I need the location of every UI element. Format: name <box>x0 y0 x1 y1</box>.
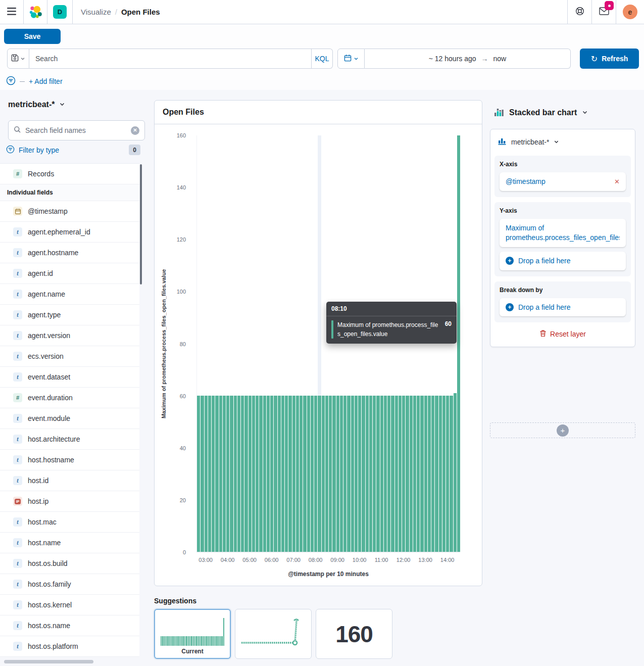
bar[interactable] <box>340 396 343 552</box>
x-axis-dimension[interactable]: @timestamp <box>500 172 626 191</box>
bar[interactable] <box>424 396 427 552</box>
bar[interactable] <box>450 396 453 552</box>
field-item[interactable]: thost.os.build <box>0 553 139 574</box>
field-item[interactable]: tagent.ephemeral_id <box>0 222 139 243</box>
bar[interactable] <box>230 396 233 552</box>
bar[interactable] <box>292 396 295 552</box>
y-axis-field[interactable]: Maximum of prometheus.process_files_open… <box>506 223 620 243</box>
field-item[interactable]: tagent.name <box>0 284 139 305</box>
bar[interactable] <box>376 396 379 552</box>
bar[interactable] <box>439 396 442 552</box>
index-pattern-selector[interactable]: metricbeat-* <box>8 100 65 109</box>
bar[interactable] <box>281 396 284 552</box>
bar[interactable] <box>454 393 457 552</box>
bar[interactable] <box>410 396 413 552</box>
bar[interactable] <box>274 396 277 552</box>
bar[interactable] <box>314 396 317 552</box>
filter-by-type-button[interactable]: Filter by type 0 <box>6 144 140 156</box>
chevron-down-icon[interactable] <box>554 137 559 147</box>
field-item-records[interactable]: # Records <box>0 164 139 184</box>
menu-button[interactable] <box>0 0 23 24</box>
bar[interactable] <box>205 396 208 552</box>
bar[interactable] <box>355 396 358 552</box>
bar[interactable] <box>358 396 361 552</box>
field-item[interactable]: thost.mac <box>0 512 139 533</box>
bar[interactable] <box>278 396 281 552</box>
bar[interactable] <box>241 396 244 552</box>
bar[interactable] <box>329 396 332 552</box>
suggestion-current[interactable]: Current <box>154 609 231 659</box>
bar[interactable] <box>417 396 420 552</box>
chart-type-selector[interactable]: Stacked bar chart <box>494 107 588 119</box>
bar[interactable] <box>431 396 434 552</box>
bar[interactable] <box>270 396 273 552</box>
bar[interactable] <box>391 396 394 552</box>
help-button[interactable] <box>568 0 591 24</box>
bar[interactable] <box>296 396 299 552</box>
saved-query-menu-button[interactable] <box>7 49 29 69</box>
bar[interactable] <box>413 396 416 552</box>
field-item[interactable]: tecs.version <box>0 346 139 367</box>
time-range-from[interactable]: ~ 12 hours ago <box>429 55 476 63</box>
add-filter-button[interactable]: + Add filter <box>29 77 63 85</box>
bar[interactable] <box>215 396 218 552</box>
bar[interactable] <box>263 396 266 552</box>
add-layer-button[interactable] <box>557 424 569 437</box>
remove-dimension-icon[interactable] <box>614 178 620 185</box>
suggestion-metric[interactable]: 160 <box>316 609 392 659</box>
filter-icon[interactable] <box>6 76 16 87</box>
bar[interactable] <box>336 396 339 552</box>
save-button[interactable]: Save <box>4 29 61 44</box>
bar[interactable] <box>362 396 365 552</box>
bar[interactable] <box>366 396 369 552</box>
bar[interactable] <box>322 396 325 552</box>
suggestion-line-chart[interactable] <box>235 609 312 659</box>
field-item[interactable]: tevent.module <box>0 408 139 429</box>
bar[interactable] <box>332 396 335 552</box>
space-button[interactable]: D <box>53 5 67 19</box>
field-item[interactable]: thost.os.name <box>0 615 139 636</box>
bar[interactable] <box>201 396 204 552</box>
field-item[interactable]: thost.architecture <box>0 429 139 450</box>
field-item[interactable]: thost.os.kernel <box>0 595 139 615</box>
field-item[interactable]: IPhost.ip <box>0 491 139 512</box>
notifications-button[interactable] <box>592 0 616 24</box>
bar[interactable] <box>307 396 310 552</box>
bar[interactable] <box>208 396 211 552</box>
bar[interactable] <box>244 396 247 552</box>
clear-search-icon[interactable] <box>131 126 139 135</box>
sidebar-horizontal-scrollbar[interactable] <box>4 660 93 663</box>
bar[interactable] <box>428 396 431 552</box>
bar[interactable] <box>325 396 328 552</box>
bar[interactable] <box>226 396 229 552</box>
bar[interactable] <box>223 396 226 552</box>
field-item[interactable]: thost.os.family <box>0 574 139 595</box>
elastic-logo-icon[interactable] <box>24 0 47 24</box>
time-range-display[interactable]: ~ 12 hours ago → now <box>365 49 571 69</box>
bar[interactable] <box>311 396 314 552</box>
field-item[interactable]: tagent.type <box>0 305 139 325</box>
breadcrumb-visualize[interactable]: Visualize <box>81 8 111 16</box>
bar[interactable] <box>285 396 288 552</box>
bar[interactable] <box>369 396 372 552</box>
bar[interactable] <box>318 396 321 552</box>
refresh-button[interactable]: Refresh <box>580 49 639 69</box>
bar[interactable] <box>234 396 237 552</box>
bar[interactable] <box>237 396 240 552</box>
bar[interactable] <box>442 396 445 552</box>
field-item[interactable]: @timestamp <box>0 201 139 222</box>
bar[interactable] <box>399 396 402 552</box>
field-item[interactable]: #event.duration <box>0 388 139 408</box>
field-item[interactable]: thost.os.platform <box>0 636 139 657</box>
time-range-to[interactable]: now <box>493 55 507 63</box>
bar[interactable] <box>343 396 346 552</box>
kql-language-button[interactable]: KQL <box>312 49 333 69</box>
breakdown-drop-zone[interactable]: Drop a field here <box>500 298 626 317</box>
reset-layer-button[interactable]: Reset layer <box>494 329 631 339</box>
bar[interactable] <box>406 396 409 552</box>
sidebar-vertical-scrollbar[interactable] <box>140 164 142 284</box>
chart-plot-area[interactable] <box>196 135 460 552</box>
bar[interactable] <box>219 396 222 552</box>
user-avatar[interactable]: e <box>623 5 637 19</box>
y-axis-dimension[interactable]: Maximum of prometheus.process_files_open… <box>500 219 626 247</box>
